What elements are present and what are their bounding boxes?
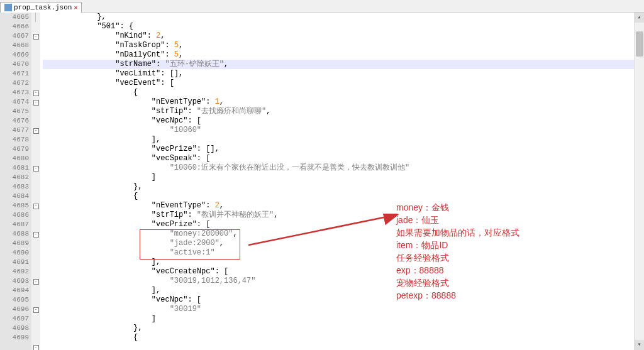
fold-toggle[interactable]: - [33,90,39,96]
line-number: 4695 [0,295,29,305]
code-editor[interactable]: 4665466646674668466946704671467246734674… [0,13,644,350]
line-number: 4690 [0,248,29,258]
line-number: 4693 [0,276,29,286]
code-line[interactable]: "10060" [43,126,644,135]
code-line[interactable]: "vecCreateNpc": [ [43,267,644,276]
line-number: 4668 [0,41,29,50]
file-tab[interactable]: prop_task.json ✕ [0,2,82,13]
line-number: 4682 [0,173,29,182]
line-number: 4698 [0,324,29,333]
code-line[interactable]: "nKind": 2, [43,31,644,41]
fold-toggle[interactable]: - [33,204,39,209]
line-number: 4692 [0,267,29,276]
annotation-line: item：物品ID [396,239,519,251]
line-number: 4699 [0,333,29,342]
line-number: 4686 [0,211,29,220]
line-number: 4681 [0,163,29,173]
tab-bar: prop_task.json ✕ [0,0,644,13]
code-line[interactable]: "vecNpc": [ [43,116,644,126]
line-number: 4687 [0,220,29,229]
scroll-down-button[interactable]: ▾ [635,340,644,350]
line-number: 4677 [0,126,29,135]
code-line[interactable]: "vecSpeak": [ [43,154,644,163]
line-number: 4694 [0,286,29,295]
code-line[interactable]: "jade:2000", [43,239,644,248]
fold-toggle[interactable]: - [33,166,39,172]
fold-toggle[interactable]: - [33,307,39,313]
code-line[interactable]: ] [43,314,644,324]
line-number: 4669 [0,50,29,60]
line-number: 4689 [0,239,29,248]
code-line[interactable]: "strTip": "去找癞疥和尚聊聊", [43,107,644,116]
code-line[interactable]: ], [43,286,644,295]
annotation-line: jade：仙玉 [396,214,519,226]
code-line[interactable]: ], [43,258,644,267]
code-line[interactable]: "vecPrize": [ [43,220,644,229]
code-line[interactable]: ], [43,135,644,145]
line-number: 4670 [0,60,29,69]
fold-toggle[interactable]: - [33,345,39,350]
code-line[interactable]: ] [43,173,644,182]
code-line[interactable]: { [43,333,644,342]
fold-column: ---------- [31,13,40,350]
line-number: 4691 [0,258,29,267]
line-number: 4688 [0,229,29,239]
vertical-scrollbar[interactable]: ▴ ▾ [634,13,644,350]
code-area[interactable]: }, "501": { "nKind": 2, "nTaskGrop": 5, … [40,13,644,350]
line-number: 4683 [0,182,29,192]
line-number: 4672 [0,79,29,88]
code-line[interactable]: "vecLimit": [], [43,69,644,79]
code-line[interactable]: "vecEvent": [ [43,79,644,88]
code-line[interactable]: { [43,88,644,97]
line-number: 4680 [0,154,29,163]
code-line[interactable]: "nDailyCnt": 5, [43,50,644,60]
code-line[interactable]: }, [43,182,644,192]
line-number: 4678 [0,135,29,145]
code-line[interactable]: }, [43,13,644,22]
line-number: 4674 [0,97,29,107]
line-number: 4685 [0,201,29,211]
code-line[interactable]: "strTip": "教训并不神秘的妖王", [43,211,644,220]
line-number: 4696 [0,305,29,314]
code-line[interactable]: "10060:近来有个家伙在附近出没，一看就不是善类，快去教训教训他" [43,163,644,173]
code-line[interactable]: "nEventType": 2, [43,201,644,211]
line-number: 4679 [0,145,29,154]
annotation-line: 任务经验格式 [396,251,519,264]
code-line[interactable]: }, [43,324,644,333]
code-line[interactable]: "501": { [43,22,644,31]
scroll-thumb[interactable] [636,31,643,57]
line-number: 4697 [0,314,29,324]
annotation-line: money：金钱 [396,201,519,214]
code-line[interactable]: "vecPrize": [], [43,145,644,154]
annotation-line: exp：88888 [396,264,519,276]
code-line[interactable]: "money:200000", [43,229,644,239]
code-line[interactable]: "nTaskGrop": 5, [43,41,644,50]
close-icon[interactable]: ✕ [74,4,77,11]
line-number: 4665 [0,13,29,22]
annotation-text: money：金钱jade：仙玉如果需要加物品的话，对应格式item：物品ID任务… [396,201,519,302]
line-number: 4667 [0,31,29,41]
line-number-gutter: 4665466646674668466946704671467246734674… [0,13,31,350]
fold-toggle[interactable]: - [33,34,39,40]
line-number: 4671 [0,69,29,79]
line-number: 4675 [0,107,29,116]
line-number: 4684 [0,192,29,201]
code-line[interactable]: "strName": "五环-铲除妖王", [43,60,644,69]
code-line[interactable]: "vecNpc": [ [43,295,644,305]
tab-filename: prop_task.json [14,4,72,11]
fold-toggle[interactable]: - [33,100,39,106]
code-line[interactable]: "30019" [43,305,644,314]
fold-toggle[interactable]: - [33,128,39,134]
line-number: 4666 [0,22,29,31]
annotation-line: petexp：88888 [396,289,519,302]
scroll-up-button[interactable]: ▴ [635,13,644,23]
code-line[interactable]: { [43,192,644,201]
code-line[interactable]: "nEventType": 1, [43,97,644,107]
line-number: 4676 [0,116,29,126]
fold-toggle[interactable]: - [33,279,39,285]
code-line[interactable]: "active:1" [43,248,644,258]
annotation-line: 如果需要加物品的话，对应格式 [396,226,519,239]
line-number: 4673 [0,88,29,97]
fold-toggle[interactable]: - [33,232,39,238]
code-line[interactable]: "30019,1012,136,47" [43,276,644,286]
